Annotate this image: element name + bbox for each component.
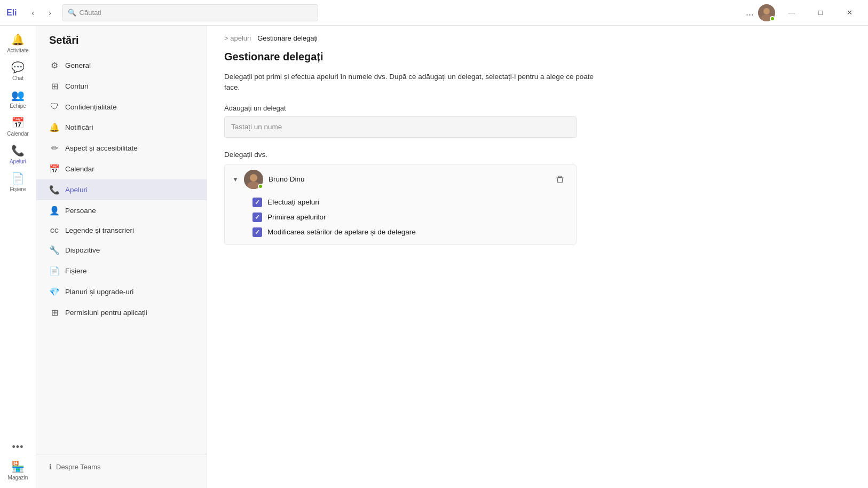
settings-menu-aspect[interactable]: ✏ Aspect și accesibilitate: [36, 138, 207, 159]
chevron-down-icon: ▼: [232, 176, 239, 183]
back-button[interactable]: ‹: [26, 5, 41, 20]
settings-menu-persoane[interactable]: 👤 Persoane: [36, 200, 207, 221]
settings-menu-label: Planuri și upgrade-uri: [65, 288, 133, 296]
nav-buttons: ‹ ›: [26, 5, 58, 20]
search-icon: 🔍: [68, 9, 76, 17]
sidebar-item-label: Fișiere: [10, 186, 26, 192]
sidebar-item-fisiere[interactable]: 📄 Fișiere: [3, 169, 33, 195]
settings-footer[interactable]: ℹ Despre Teams: [36, 454, 207, 479]
permission-checkbox-modificarea[interactable]: [252, 227, 262, 237]
captions-icon: CC: [49, 227, 60, 234]
minimize-button[interactable]: —: [779, 4, 804, 21]
settings-menu-confidentialitate[interactable]: 🛡 Confidențialitate: [36, 97, 207, 117]
breadcrumb: > apeluri Gestionare delegați: [207, 26, 868, 46]
more-icon: •••: [12, 442, 24, 453]
settings-title: Setări: [36, 34, 207, 55]
settings-menu-label: Conturi: [65, 82, 89, 90]
settings-menu-label: Legende și transcrieri: [65, 226, 134, 234]
settings-menu: ⚙ General ⊞ Conturi 🛡 Confidențialitate …: [36, 55, 207, 454]
teams-icon: 👥: [11, 89, 25, 101]
settings-menu-legende[interactable]: CC Legende și transcrieri: [36, 221, 207, 240]
sidebar-item-label: Echipe: [10, 103, 26, 109]
app-logo: Eli: [6, 8, 17, 18]
sidebar-item-echipe[interactable]: 👥 Echipe: [3, 85, 33, 112]
calendar-icon: 📅: [11, 116, 25, 129]
sidebar-item-label: Magazin: [8, 475, 28, 481]
settings-menu-planuri[interactable]: 💎 Planuri și upgrade-uri: [36, 281, 207, 302]
sidebar-item-magazin[interactable]: 🏪 Magazin: [3, 457, 33, 484]
info-icon: ℹ: [49, 463, 52, 471]
devices-icon: 🔧: [49, 245, 60, 255]
chat-icon: 💬: [11, 61, 25, 74]
privacy-icon: 🛡: [49, 102, 60, 112]
forward-button[interactable]: ›: [43, 5, 58, 20]
more-options-button[interactable]: ...: [746, 7, 754, 18]
sidebar-item-label: Activitate: [7, 48, 29, 53]
settings-menu-label: Confidențialitate: [65, 103, 117, 111]
settings-menu-calendar[interactable]: 📅 Calendar: [36, 159, 207, 179]
delegates-label: Delegații dvs.: [224, 151, 851, 159]
settings-menu-notificari[interactable]: 🔔 Notificări: [36, 117, 207, 138]
calendar2-icon: 📅: [49, 164, 60, 174]
sidebar-item-calendar[interactable]: 📅 Calendar: [3, 113, 33, 140]
store-icon: 🏪: [11, 460, 25, 473]
permission-modificarea: Modificarea setărilor de apelare și de d…: [252, 227, 569, 237]
people-icon: 👤: [49, 206, 60, 216]
plans-icon: 💎: [49, 287, 60, 297]
appearance-icon: ✏: [49, 143, 60, 153]
sidebar-item-label: Calendar: [7, 131, 29, 137]
notifications-icon: 🔔: [49, 122, 60, 132]
delegate-name: Bruno Dinu: [269, 175, 546, 183]
delegate-permissions: Efectuați apeluri Primirea apelurilor Mo…: [225, 194, 576, 245]
main-content: > apeluri Gestionare delegați Gestionare…: [207, 26, 868, 488]
settings-menu-conturi[interactable]: ⊞ Conturi: [36, 76, 207, 97]
name-input-placeholder: Tastați un nume: [231, 123, 282, 131]
sidebar-item-label: Chat: [12, 75, 23, 81]
user-avatar-container[interactable]: [758, 4, 775, 21]
delegate-avatar: [244, 170, 263, 189]
settings-menu-dispozitive[interactable]: 🔧 Dispozitive: [36, 240, 207, 261]
sidebar-item-apeluri[interactable]: 📞 Apeluri: [3, 141, 33, 168]
maximize-button[interactable]: □: [808, 4, 833, 21]
svg-point-4: [250, 174, 257, 182]
permission-checkbox-primirea[interactable]: [252, 212, 262, 222]
settings-sidebar: Setări ⚙ General ⊞ Conturi 🛡 Confidenția…: [36, 26, 207, 488]
delegate-card: ▼ Bruno Dinu: [224, 164, 577, 245]
delegate-header[interactable]: ▼ Bruno Dinu: [225, 164, 576, 194]
settings-menu-label: Fișiere: [65, 267, 87, 275]
settings-menu-label: General: [65, 61, 91, 69]
settings-menu-label: Dispozitive: [65, 246, 100, 254]
delegates-section: Delegații dvs. ▼ Bruno Dinu: [224, 151, 851, 245]
sidebar-item-label: Apeluri: [10, 159, 26, 164]
permission-efectuati: Efectuați apeluri: [252, 198, 569, 207]
settings-menu-general[interactable]: ⚙ General: [36, 55, 207, 76]
sidebar-item-activitate[interactable]: 🔔 Activitate: [3, 30, 33, 57]
settings-menu-label: Calendar: [65, 165, 94, 173]
sidebar-item-more[interactable]: •••: [3, 438, 33, 456]
settings-menu-label: Notificări: [65, 123, 93, 131]
accounts-icon: ⊞: [49, 81, 60, 91]
permission-primirea: Primirea apelurilor: [252, 212, 569, 222]
permission-label-efectuati: Efectuați apeluri: [267, 198, 319, 206]
general-icon: ⚙: [49, 60, 60, 70]
delete-delegate-button[interactable]: [551, 171, 569, 188]
settings-menu-apeluri[interactable]: 📞 Apeluri: [36, 179, 207, 200]
settings-menu-label: Permisiuni pentru aplicații: [65, 309, 147, 317]
add-delegate-section: Adăugați un delegat Tastați un nume: [224, 104, 851, 138]
delegate-name-input[interactable]: Tastați un nume: [224, 116, 577, 138]
about-label: Despre Teams: [56, 463, 101, 471]
files2-icon: 📄: [49, 266, 60, 276]
permission-checkbox-efectuati[interactable]: [252, 198, 262, 207]
search-bar[interactable]: 🔍 Căutați: [62, 4, 318, 21]
titlebar: Eli ‹ › 🔍 Căutați ... — □ ✕: [0, 0, 868, 26]
permission-label-primirea: Primirea apelurilor: [267, 213, 326, 221]
search-placeholder: Căutați: [80, 9, 101, 17]
sidebar-item-chat[interactable]: 💬 Chat: [3, 58, 33, 84]
settings-menu-label: Aspect și accesibilitate: [65, 144, 138, 152]
settings-menu-label: Apeluri: [65, 186, 88, 194]
add-delegate-label: Adăugați un delegat: [224, 104, 851, 112]
files-icon: 📄: [11, 172, 25, 185]
settings-menu-fisiere[interactable]: 📄 Fișiere: [36, 261, 207, 281]
close-button[interactable]: ✕: [837, 4, 862, 21]
settings-menu-permisiuni[interactable]: ⊞ Permisiuni pentru aplicații: [36, 302, 207, 323]
